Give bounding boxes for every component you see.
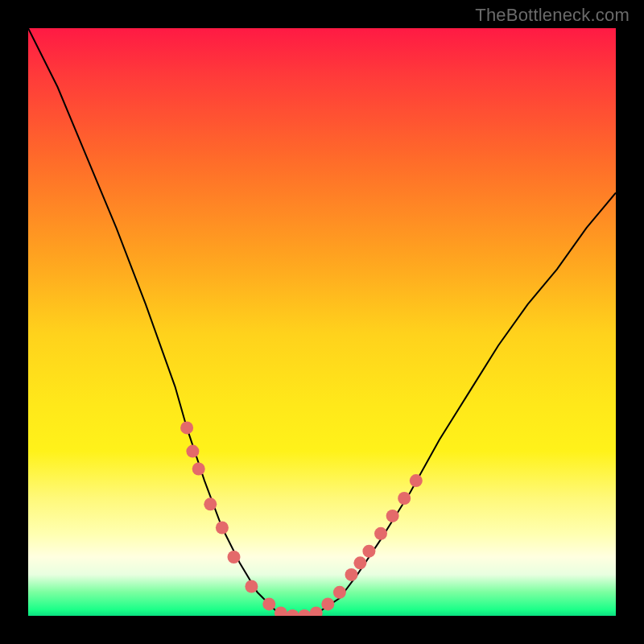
curve-marker bbox=[410, 474, 423, 487]
watermark-text: TheBottleneck.com bbox=[475, 5, 630, 26]
curve-marker bbox=[353, 556, 366, 569]
curve-marker bbox=[216, 522, 229, 535]
curve-marker bbox=[245, 580, 258, 593]
curve-marker bbox=[228, 551, 241, 564]
curve-marker bbox=[310, 606, 323, 616]
chart-frame: TheBottleneck.com bbox=[0, 0, 644, 644]
curve-marker bbox=[345, 568, 358, 581]
plot-area bbox=[28, 28, 616, 616]
curve-marker bbox=[192, 463, 205, 476]
curve-marker bbox=[398, 492, 411, 505]
bottleneck-curve bbox=[28, 28, 616, 616]
curve-marker bbox=[262, 597, 275, 610]
curve-marker bbox=[186, 445, 199, 458]
curve-marker bbox=[386, 510, 399, 522]
chart-svg bbox=[28, 28, 616, 616]
curve-marker bbox=[333, 586, 346, 599]
curve-marker bbox=[298, 609, 311, 616]
curve-marker bbox=[321, 597, 334, 610]
curve-marker bbox=[374, 527, 387, 540]
marker-layer bbox=[180, 421, 423, 616]
curve-marker bbox=[204, 497, 217, 510]
curve-marker bbox=[275, 606, 287, 616]
curve-marker bbox=[287, 609, 299, 616]
curve-marker bbox=[362, 545, 375, 558]
curve-marker bbox=[180, 421, 193, 434]
